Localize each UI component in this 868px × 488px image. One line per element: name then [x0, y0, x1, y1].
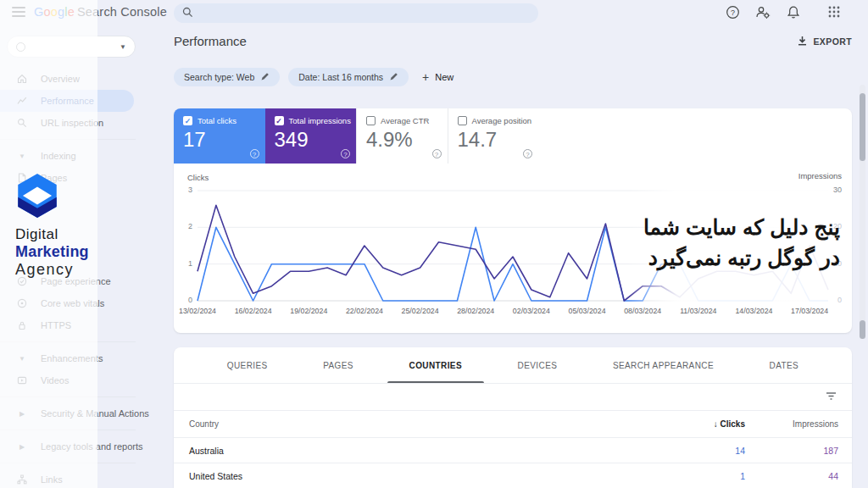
x-axis-tick: 14/03/2024: [728, 307, 779, 315]
export-button[interactable]: EXPORT: [798, 36, 852, 47]
scorecard-label: Total impressions: [289, 116, 351, 125]
app-root: GoogleSearch Console ?: [0, 0, 868, 488]
dimension-tabs: QUERIESPAGESCOUNTRIESDEVICESSEARCH APPEA…: [174, 347, 852, 384]
scorecard-total-impressions[interactable]: ✓Total impressions349?: [265, 108, 357, 164]
help-icon[interactable]: ?: [341, 149, 350, 158]
sidebar-item-enhancements[interactable]: ▼Enhancements: [0, 347, 157, 369]
scorecard-value: 17: [183, 128, 265, 152]
filter-chip[interactable]: Search type: Web: [174, 68, 280, 86]
scorecard-total-clicks[interactable]: ✓Total clicks17?: [174, 108, 265, 164]
filter-chip-label: Date: Last 16 months: [298, 72, 383, 82]
sidebar-item-performance[interactable]: Performance: [0, 90, 134, 112]
vitals-icon: [16, 298, 28, 308]
magnifier-icon: [16, 118, 28, 128]
sidebar-item-url-inspection[interactable]: URL inspection: [0, 112, 157, 134]
app-title: GoogleSearch Console: [34, 5, 167, 19]
sidebar-item-label: URL inspection: [41, 118, 103, 128]
clicks-cell: 1: [643, 471, 745, 481]
right-axis-label: Impressions: [798, 171, 842, 180]
tab-dates[interactable]: DATES: [758, 347, 811, 383]
brand-letter: G: [34, 5, 43, 19]
table-filter-row: [174, 384, 852, 411]
scorecard-average-ctr[interactable]: Average CTR4.9%?: [356, 108, 448, 164]
export-label: EXPORT: [813, 36, 852, 47]
topbar: GoogleSearch Console ?: [0, 0, 868, 25]
topbar-search[interactable]: [174, 3, 538, 23]
brand-letter: e: [68, 5, 75, 19]
sidebar-item-legacy-tools-and-reports[interactable]: ▶Legacy tools and reports: [0, 435, 157, 458]
x-axis-tick: 19/02/2024: [283, 307, 334, 315]
table-row[interactable]: Australia14187: [174, 438, 852, 463]
table-body: Australia14187United States144: [174, 438, 852, 488]
help-icon[interactable]: ?: [432, 149, 442, 158]
checkbox-unchecked-icon[interactable]: [366, 116, 376, 125]
checkbox-checked-icon[interactable]: ✓: [183, 116, 192, 125]
sidebar-divider: [0, 430, 136, 430]
apps-grid-icon[interactable]: [826, 3, 843, 20]
scorecard-label: Average position: [472, 116, 532, 125]
scorecard-average-position[interactable]: Average position14.7?: [448, 108, 539, 164]
help-icon[interactable]: ?: [724, 3, 741, 20]
impressions-column-header[interactable]: Impressions: [745, 419, 838, 429]
sort-descending-icon: ↓: [714, 419, 718, 429]
caption-line1: پنج دلیل که سایت شما: [643, 212, 840, 242]
country-cell: Australia: [189, 446, 643, 456]
sidebar-item-security-manual-actions[interactable]: ▶Security & Manual Actions: [0, 402, 157, 424]
help-icon[interactable]: ?: [250, 149, 259, 158]
scorecard-value: 349: [275, 128, 357, 152]
sidebar-item-indexing[interactable]: ▼Indexing: [0, 145, 157, 167]
filter-chip-label: Search type: Web: [184, 72, 254, 82]
x-axis-tick: 02/03/2024: [506, 307, 557, 315]
search-input[interactable]: [200, 8, 530, 19]
x-axis-tick: 17/03/2024: [784, 307, 835, 315]
left-axis-tick: 0: [174, 296, 192, 304]
tab-pages[interactable]: PAGES: [311, 347, 365, 383]
sidebar-item-label: Overview: [41, 74, 80, 84]
filter-chips-row: Search type: WebDate: Last 16 months+New: [174, 68, 453, 86]
page-head: Performance EXPORT: [174, 34, 852, 48]
page-title: Performance: [174, 34, 247, 48]
agency-logo-icon: [15, 172, 59, 219]
notifications-icon[interactable]: [785, 3, 802, 20]
filter-icon[interactable]: [826, 391, 837, 403]
left-axis-tick: 2: [174, 222, 192, 230]
topbar-icons: ?: [724, 3, 843, 20]
sidebar-item-overview[interactable]: Overview: [0, 68, 157, 90]
sidebar-item-videos[interactable]: Videos: [0, 369, 157, 391]
tab-devices[interactable]: DEVICES: [506, 347, 570, 383]
sidebar-divider: [0, 341, 136, 342]
sidebar-item-label: Performance: [41, 96, 94, 106]
impressions-cell: 44: [745, 471, 838, 481]
agency-name-line3: Agency: [15, 261, 89, 279]
chevron-right-icon: ▶: [16, 410, 28, 418]
tab-countries[interactable]: COUNTRIES: [398, 347, 475, 383]
agency-logo: Digital Marketing Agency: [15, 172, 89, 279]
table-row[interactable]: United States144: [174, 463, 852, 488]
lock-icon: [16, 320, 28, 330]
help-icon[interactable]: ?: [523, 149, 532, 158]
sidebar-item-label: Security & Manual Actions: [41, 408, 149, 419]
chevron-down-icon: ▼: [16, 355, 28, 363]
agency-name-line1: Digital: [15, 226, 89, 243]
clicks-column-header[interactable]: ↓ Clicks: [643, 419, 745, 429]
hamburger-menu-icon[interactable]: [12, 7, 25, 17]
filter-chip[interactable]: Date: Last 16 months: [288, 68, 409, 86]
chevron-right-icon: ▶: [16, 443, 28, 451]
new-filter-button[interactable]: +New: [422, 70, 453, 84]
brand-letter: o: [51, 5, 58, 19]
scorecard-label: Average CTR: [381, 116, 429, 125]
tab-queries[interactable]: QUERIES: [215, 347, 280, 383]
account-settings-icon[interactable]: [754, 3, 771, 20]
chevron-down-icon: ▼: [16, 152, 28, 160]
x-axis-tick: 11/03/2024: [673, 307, 724, 315]
checkbox-unchecked-icon[interactable]: [458, 116, 467, 125]
sidebar-item-https[interactable]: HTTPS: [0, 314, 157, 336]
scrollbar-thumb[interactable]: [860, 93, 865, 161]
scrollbar-thumb-lower[interactable]: [860, 320, 865, 339]
sidebar-item-core-web-vitals[interactable]: Core web vitals: [0, 292, 157, 314]
country-column-header: Country: [189, 419, 643, 429]
sidebar-item-links[interactable]: Links: [0, 469, 157, 488]
property-selector[interactable]: ▼: [7, 36, 136, 58]
checkbox-checked-icon[interactable]: ✓: [275, 116, 284, 125]
tab-search-appearance[interactable]: SEARCH APPEARANCE: [601, 347, 726, 383]
